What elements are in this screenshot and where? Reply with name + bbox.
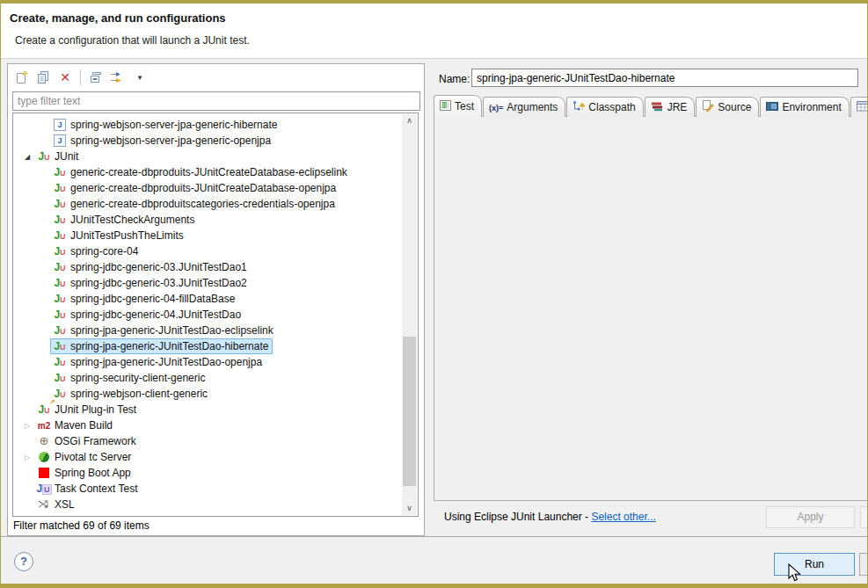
tree-item-label: JUnitTestPushTheLimits xyxy=(70,229,184,242)
tree-item-label: Maven Build xyxy=(55,419,113,432)
tree-item-spring-jpa-generic-junittestdao-hibernate[interactable]: JUspring-jpa-generic-JUnitTestDao-hibern… xyxy=(13,338,402,354)
tree-item-content: JUgeneric-create-dbproduits-JUnitCreateD… xyxy=(50,164,352,180)
scrollbar-thumb[interactable] xyxy=(403,337,416,486)
tree-item-junittestcheckarguments[interactable]: JUJUnitTestCheckArguments xyxy=(13,212,402,228)
environment-icon xyxy=(766,101,778,114)
apply-button[interactable]: Apply xyxy=(766,506,855,528)
tree-item-pivotal-tc-server[interactable]: ▷Pivotal tc Server xyxy=(13,449,402,465)
tree-item-junit[interactable]: ◢JUJUnit xyxy=(13,149,402,164)
tree-item-label: Pivotal tc Server xyxy=(55,451,131,463)
collapse-all-button[interactable] xyxy=(86,69,106,87)
new-config-icon xyxy=(14,70,28,84)
junit-icon: JU xyxy=(52,277,68,289)
tree-item-content: Jspring-webjson-server-jpa-generic-hiber… xyxy=(50,117,281,133)
junit-icon: JU xyxy=(52,229,68,242)
filter-config-button[interactable] xyxy=(108,69,128,87)
tree-item-generic-create-dbproduits-junitcreatedatabase-openjpa[interactable]: JUgeneric-create-dbproduits-JUnitCreateD… xyxy=(13,180,402,196)
tree-item-label: spring-webjson-client-generic xyxy=(70,388,208,400)
tab-label: Environment xyxy=(782,101,841,113)
name-input[interactable] xyxy=(471,69,858,87)
tree-expander-icon[interactable]: ◢ xyxy=(20,153,34,161)
filter-input[interactable] xyxy=(12,91,420,111)
tree-item-content: JUgeneric-create-dbproduitscategories-cr… xyxy=(50,196,339,212)
run-button[interactable]: Run xyxy=(774,553,855,576)
common-icon xyxy=(857,101,868,114)
tree-item-content: JU↗JUnit Plug-in Test xyxy=(34,402,141,417)
tab-arguments[interactable]: (x)=Arguments xyxy=(483,97,565,117)
tree-item-spring-jdbc-generic-03-junittestdao1[interactable]: JUspring-jdbc-generic-03.JUnitTestDao1 xyxy=(13,259,402,275)
new-config-button[interactable] xyxy=(11,69,31,87)
tree-item-content: JUspring-core-04 xyxy=(50,243,142,259)
tree-item-xsl[interactable]: XSL xyxy=(13,497,402,512)
tree-item-spring-webjson-server-jpa-generic-openjpa[interactable]: Jspring-webjson-server-jpa-generic-openj… xyxy=(13,133,402,149)
tree-item-label: JUnitTestCheckArguments xyxy=(70,214,194,226)
tree-item-content: Jspring-webjson-server-jpa-generic-openj… xyxy=(50,133,275,149)
tree-item-spring-webjson-client-generic[interactable]: JUspring-webjson-client-generic xyxy=(13,386,402,402)
junit-icon: JU xyxy=(52,198,68,210)
tree-item-generic-create-dbproduits-junitcreatedatabase-eclipselink[interactable]: JUgeneric-create-dbproduits-JUnitCreateD… xyxy=(13,164,402,180)
tree-item-content: JUspring-jdbc-generic-04-fillDataBase xyxy=(50,291,239,307)
select-other-link[interactable]: Select other... xyxy=(591,511,655,523)
tree-item-label: spring-jdbc-generic-03.JUnitTestDao2 xyxy=(70,277,247,289)
tree-item-spring-security-client-generic[interactable]: JUspring-security-client-generic xyxy=(13,370,402,386)
tab-comm[interactable]: Comm xyxy=(850,97,868,117)
tree-item-content: m2Maven Build xyxy=(34,417,117,433)
tree-item-spring-jdbc-generic-04-filldatabase[interactable]: JUspring-jdbc-generic-04-fillDataBase xyxy=(13,291,402,307)
tab-source[interactable]: Source xyxy=(696,97,759,117)
tree-item-label: spring-webjson-server-jpa-generic-hibern… xyxy=(70,119,277,131)
java-app-icon: J xyxy=(52,134,68,147)
tree-item-spring-jdbc-generic-04-junittestdao[interactable]: JUspring-jdbc-generic-04.JUnitTestDao xyxy=(13,307,402,323)
tree-item-content: Pivotal tc Server xyxy=(34,449,135,465)
tree-item-label: spring-core-04 xyxy=(70,245,138,258)
scrollbar-up-arrow-icon[interactable]: ∧ xyxy=(402,114,417,127)
junit-icon: JU xyxy=(52,261,68,273)
junit-icon: JU xyxy=(52,372,68,384)
tree-item-junit-plug-in-test[interactable]: JU↗JUnit Plug-in Test xyxy=(13,402,402,417)
tree-item-spring-webjson-server-jpa-generic-hibernate[interactable]: Jspring-webjson-server-jpa-generic-hiber… xyxy=(13,117,402,133)
tree-item-content: JUJUnitTestCheckArguments xyxy=(50,212,199,228)
delete-config-icon: ✕ xyxy=(60,70,70,84)
tree-item-spring-jpa-generic-junittestdao-openjpa[interactable]: JUspring-jpa-generic-JUnitTestDao-openjp… xyxy=(13,354,402,370)
tree-item-content: JUspring-jdbc-generic-03.JUnitTestDao1 xyxy=(50,259,252,275)
tab-label: Source xyxy=(718,101,751,113)
tree-item-junittestpushthelimits[interactable]: JUJUnitTestPushTheLimits xyxy=(13,228,402,243)
tab-classpath[interactable]: Classpath xyxy=(566,97,643,117)
tree-item-spring-jpa-generic-junittestdao-eclipselink[interactable]: JUspring-jpa-generic-JUnitTestDao-eclips… xyxy=(13,323,402,338)
tree-scrollbar[interactable]: ∧ ∨ xyxy=(402,114,417,515)
window-border-top xyxy=(0,0,868,4)
tree-item-content: JUJUnit xyxy=(34,149,83,164)
scrollbar-down-arrow-icon[interactable]: ∨ xyxy=(402,502,417,515)
taskcontext-icon: JU xyxy=(36,483,52,495)
duplicate-config-button[interactable] xyxy=(33,69,53,87)
tab-jre[interactable]: JRE xyxy=(645,97,696,117)
tree-item-content: Spring Boot App xyxy=(34,465,135,481)
tree-item-content: JUspring-jdbc-generic-03.JUnitTestDao2 xyxy=(50,275,252,291)
help-button[interactable]: ? xyxy=(14,552,33,571)
name-label: Name: xyxy=(439,73,470,85)
tree-item-label: spring-webjson-server-jpa-generic-openjp… xyxy=(70,134,271,147)
tree-item-label: spring-jdbc-generic-03.JUnitTestDao1 xyxy=(70,261,247,273)
osgi-icon: ⊕ xyxy=(36,436,52,446)
tree-item-content: JUspring-jpa-generic-JUnitTestDao-eclips… xyxy=(50,323,278,338)
test-tab-content: Run a single test xyxy=(434,116,868,501)
filter-menu-dropdown-button[interactable]: ▾ xyxy=(130,69,150,87)
tree-item-maven-build[interactable]: ▷m2Maven Build xyxy=(13,417,402,433)
tree-expander-icon[interactable]: ▷ xyxy=(20,422,34,430)
tree-item-spring-boot-app[interactable]: Spring Boot App xyxy=(13,465,402,481)
tree-item-spring-jdbc-generic-03-junittestdao2[interactable]: JUspring-jdbc-generic-03.JUnitTestDao2 xyxy=(13,275,402,291)
configurations-tree: Jspring-webjson-server-jpa-generic-hiber… xyxy=(12,113,419,517)
tree-expander-icon[interactable]: ▷ xyxy=(20,454,34,461)
filter-status: Filter matched 69 of 69 items xyxy=(13,519,150,532)
delete-config-button[interactable]: ✕ xyxy=(55,69,75,87)
tab-label: Test xyxy=(455,100,474,113)
tree-item-task-context-test[interactable]: JUTask Context Test xyxy=(13,481,402,497)
tab-environment[interactable]: Environment xyxy=(760,97,849,117)
tree-item-generic-create-dbproduitscategories-credentials-openjpa[interactable]: JUgeneric-create-dbproduitscategories-cr… xyxy=(13,196,402,212)
window-border-left xyxy=(0,0,1,588)
tree-item-label: XSL xyxy=(55,498,75,511)
tree-item-osgi-framework[interactable]: ⊕OSGi Framework xyxy=(13,433,402,449)
tab-test[interactable]: Test xyxy=(434,95,482,117)
junit-icon: JU xyxy=(52,309,68,321)
tab-label: Arguments xyxy=(507,101,558,113)
tree-item-spring-core-04[interactable]: JUspring-core-04 xyxy=(13,243,402,259)
